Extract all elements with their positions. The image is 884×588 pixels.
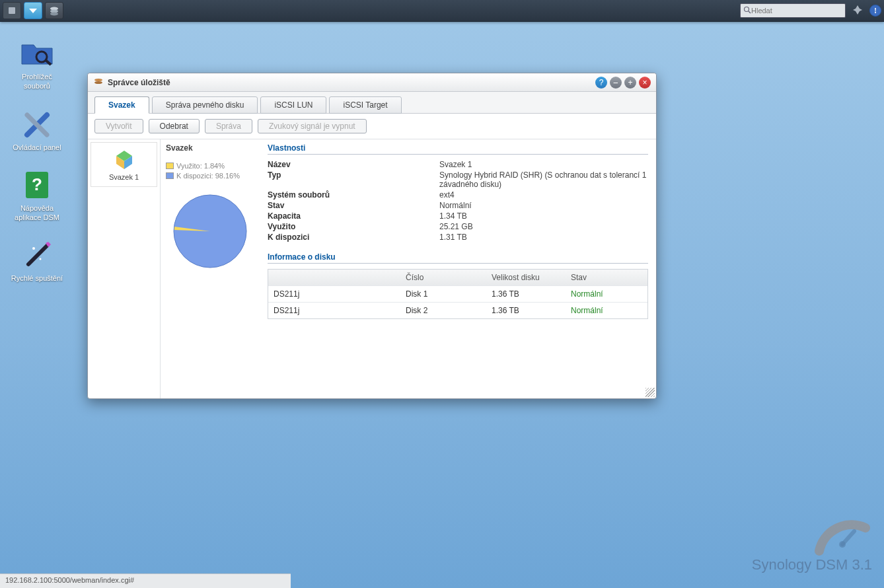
search-input[interactable] <box>751 7 842 15</box>
prop-state-v: Normální <box>439 201 648 210</box>
legend-used: Využito: 1.84% <box>166 162 254 170</box>
cell-state: Normální <box>566 303 632 318</box>
tab-iscsi-target[interactable]: iSCSI Target <box>329 96 401 114</box>
disk-table: Číslo Velikost disku Stav DS211j Disk 1 … <box>268 269 648 319</box>
desktop-label: Nápověda aplikace DSM <box>11 203 63 223</box>
prop-fs-k: Systém souborů <box>268 190 439 200</box>
prop-name-k: Název <box>268 160 439 169</box>
svg-point-16 <box>32 247 35 250</box>
svg-point-17 <box>40 258 42 260</box>
legend-used-label: Využito: 1.84% <box>176 162 225 170</box>
folder-search-icon <box>17 36 57 69</box>
desktop-icon-control-panel[interactable]: Ovládací panel <box>11 107 63 152</box>
resize-grip[interactable] <box>645 388 655 397</box>
cell-size: 1.36 TB <box>486 286 566 302</box>
desktop-label: Prohlížeč souborů <box>11 72 63 91</box>
svg-point-4 <box>50 13 58 16</box>
prop-state-k: Stav <box>268 201 439 210</box>
beep-button: Zvukový signál je vypnut <box>258 119 367 133</box>
desktop-icon-help[interactable]: ? Nápověda aplikace DSM <box>11 168 63 223</box>
volume-item-label: Svazek 1 <box>94 173 154 181</box>
desktop-label: Ovládací panel <box>11 143 63 152</box>
svg-point-5 <box>745 7 749 11</box>
tab-volume[interactable]: Svazek <box>94 96 149 114</box>
app-icon <box>93 76 104 89</box>
desktop-icon-file-browser[interactable]: Prohlížeč souborů <box>11 36 63 91</box>
brand-watermark: Synology DSM 3.1 <box>720 511 872 573</box>
col-num[interactable]: Číslo <box>400 270 486 285</box>
table-header: Číslo Velikost disku Stav <box>268 270 647 285</box>
svg-marker-7 <box>853 5 862 15</box>
table-row[interactable]: DS211j Disk 2 1.36 TB Normální <box>268 302 647 318</box>
col-model <box>268 270 400 285</box>
svg-text:?: ? <box>32 174 42 194</box>
prop-type-k: Typ <box>268 170 439 180</box>
window-title: Správce úložiště <box>108 78 170 87</box>
help-book-icon: ? <box>17 168 57 201</box>
prop-name-v: Svazek 1 <box>439 160 648 169</box>
col-size[interactable]: Velikost disku <box>486 270 566 285</box>
search-box[interactable] <box>740 3 846 18</box>
remove-button[interactable]: Odebrat <box>149 119 200 133</box>
cell-num: Disk 2 <box>400 303 486 318</box>
section-properties: Vlastnosti <box>268 143 648 155</box>
show-desktop-button[interactable] <box>3 2 21 19</box>
search-icon <box>743 6 751 16</box>
window-titlebar[interactable]: Správce úložiště ? ‒ + × <box>88 73 656 92</box>
legend-free: K dispozici: 98.16% <box>166 172 254 180</box>
legend-free-label: K dispozici: 98.16% <box>176 172 240 180</box>
usage-pie-chart <box>170 192 250 271</box>
volume-details-panel: Vlastnosti NázevSvazek 1 TypSynology Hyb… <box>260 139 656 398</box>
table-row[interactable]: DS211j Disk 1 1.36 TB Normální <box>268 285 647 302</box>
svg-marker-1 <box>29 9 37 13</box>
create-button: Vytvořit <box>94 119 143 133</box>
notification-icon[interactable]: ! <box>869 5 881 17</box>
desktop-label: Rychlé spuštění <box>11 274 63 283</box>
cell-state: Normální <box>566 286 632 302</box>
section-diskinfo: Informace o disku <box>268 252 648 264</box>
svg-line-14 <box>28 246 47 264</box>
volume-icon <box>111 148 137 170</box>
taskbar: ! <box>0 0 884 22</box>
svg-rect-0 <box>9 7 15 14</box>
svg-point-19 <box>94 81 102 84</box>
swatch-used <box>166 163 174 169</box>
summary-header: Svazek <box>166 143 254 153</box>
desktop-icons: Prohlížeč souborů Ovládací panel ? Nápov… <box>11 36 63 299</box>
window-close-button[interactable]: × <box>639 77 651 89</box>
tab-iscsi-lun[interactable]: iSCSI LUN <box>260 96 326 114</box>
cell-num: Disk 1 <box>400 286 486 302</box>
desktop-icon-quick-start[interactable]: Rychlé spuštění <box>11 238 63 283</box>
window-help-button[interactable]: ? <box>595 77 607 89</box>
prop-cap-k: Kapacita <box>268 211 439 221</box>
volume-item[interactable]: Svazek 1 <box>91 142 157 187</box>
browser-status-bar: 192.168.2.100:5000/webman/index.cgi# <box>0 573 291 588</box>
prop-cap-v: 1.34 TB <box>439 211 648 221</box>
prop-free-v: 1.31 TB <box>439 233 648 242</box>
swatch-free <box>166 172 174 179</box>
volume-list: Svazek 1 <box>88 139 161 398</box>
tab-bar: Svazek Správa pevného disku iSCSI LUN iS… <box>88 92 656 114</box>
prop-type-v: Synology Hybrid RAID (SHR) (S ochranou d… <box>439 170 648 189</box>
window-maximize-button[interactable]: + <box>624 77 636 89</box>
storage-manager-window: Správce úložiště ? ‒ + × Svazek Správa p… <box>87 73 657 399</box>
window-minimize-button[interactable]: ‒ <box>610 77 622 89</box>
col-state[interactable]: Stav <box>566 270 632 285</box>
pilot-icon[interactable] <box>852 5 863 17</box>
prop-fs-v: ext4 <box>439 190 648 200</box>
tools-icon <box>17 107 57 140</box>
toolbar: Vytvořit Odebrat Správa Zvukový signál j… <box>88 114 656 139</box>
cell-model: DS211j <box>268 303 400 318</box>
svg-point-26 <box>839 541 846 548</box>
main-menu-button[interactable] <box>24 2 42 19</box>
prop-used-v: 25.21 GB <box>439 222 648 231</box>
svg-point-18 <box>94 79 102 81</box>
tab-disk-management[interactable]: Správa pevného disku <box>152 96 258 114</box>
manage-button: Správa <box>205 119 252 133</box>
wand-icon <box>17 238 57 271</box>
cell-size: 1.36 TB <box>486 303 566 318</box>
status-text: 192.168.2.100:5000/webman/index.cgi# <box>5 576 134 584</box>
package-center-button[interactable] <box>45 2 63 19</box>
prop-used-k: Využito <box>268 222 439 231</box>
prop-free-k: K dispozici <box>268 233 439 242</box>
